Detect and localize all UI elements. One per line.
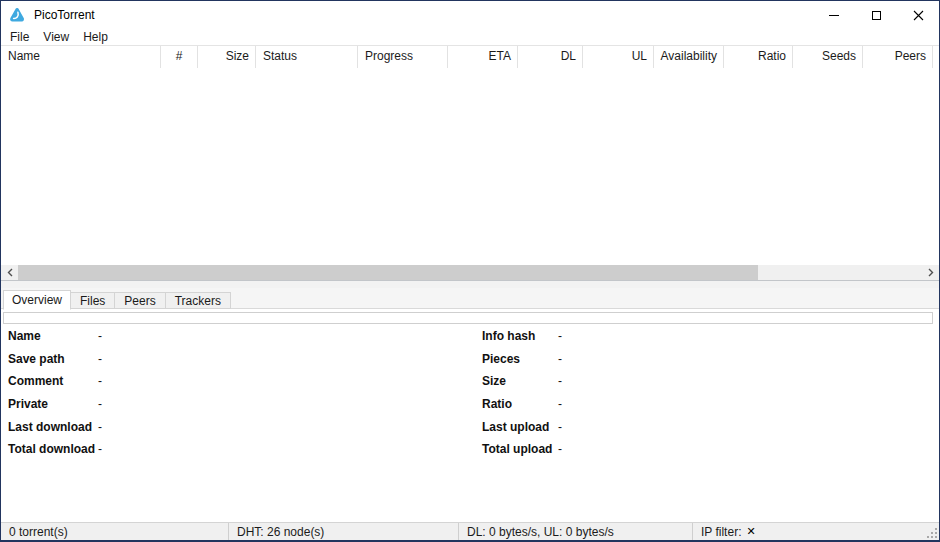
minimize-button[interactable] xyxy=(813,1,855,29)
field-size: Size- xyxy=(482,374,932,397)
torrent-table-header: Name#SizeStatusProgressETADLULAvailabili… xyxy=(1,45,939,68)
field-name: Name- xyxy=(8,329,468,352)
scroll-right-button[interactable] xyxy=(922,265,939,280)
field-pieces: Pieces- xyxy=(482,352,932,375)
field-label-save-path: Save path xyxy=(8,352,98,375)
close-icon xyxy=(913,10,924,21)
field-label-comment: Comment xyxy=(8,374,98,397)
close-button[interactable] xyxy=(897,1,939,29)
status-torrent-count: 0 torrent(s) xyxy=(1,523,229,540)
field-label-last-download: Last download xyxy=(8,420,98,443)
status-bar: 0 torrent(s) DHT: 26 node(s) DL: 0 bytes… xyxy=(1,522,939,540)
maximize-icon xyxy=(872,11,881,20)
field-last-download: Last download- xyxy=(8,420,468,443)
chevron-right-icon xyxy=(928,268,934,277)
torrent-count-text: 0 torrent(s) xyxy=(9,525,68,539)
field-total-download: Total download- xyxy=(8,442,468,465)
field-info-hash: Info hash- xyxy=(482,329,932,352)
menu-view[interactable]: View xyxy=(36,29,76,45)
field-comment: Comment- xyxy=(8,374,468,397)
column-header-availability[interactable]: Availability xyxy=(654,46,724,68)
field-value-save-path: - xyxy=(98,352,102,375)
picotorrent-drop-icon xyxy=(9,7,25,23)
field-value-total-upload: - xyxy=(558,442,562,465)
column-header-ul[interactable]: UL xyxy=(583,46,654,68)
detail-tabs: OverviewFilesPeersTrackers xyxy=(1,288,939,309)
field-ratio: Ratio- xyxy=(482,397,932,420)
column-header-status[interactable]: Status xyxy=(256,46,358,68)
field-label-size: Size xyxy=(482,374,558,397)
resize-grip-icon[interactable] xyxy=(925,526,938,539)
field-value-size: - xyxy=(558,374,562,397)
overview-left-column: Name-Save path-Comment-Private-Last down… xyxy=(8,329,468,465)
status-ip-filter: IP filter: ✕ xyxy=(693,523,939,540)
ip-filter-label: IP filter: xyxy=(701,525,741,539)
field-value-comment: - xyxy=(98,374,102,397)
column-header-peers[interactable]: Peers xyxy=(863,46,933,68)
field-value-pieces: - xyxy=(558,352,562,375)
tab-files[interactable]: Files xyxy=(70,292,115,309)
column-header-ratio[interactable]: Ratio xyxy=(724,46,793,68)
overview-panel: Name-Save path-Comment-Private-Last down… xyxy=(1,309,939,523)
field-label-last-upload: Last upload xyxy=(482,420,558,443)
column-header-eta[interactable]: ETA xyxy=(448,46,518,68)
tab-peers[interactable]: Peers xyxy=(114,292,165,309)
tab-overview[interactable]: Overview xyxy=(3,290,71,310)
field-last-upload: Last upload- xyxy=(482,420,932,443)
column-header-progress[interactable]: Progress xyxy=(358,46,448,68)
field-label-ratio: Ratio xyxy=(482,397,558,420)
field-label-name: Name xyxy=(8,329,98,352)
field-total-upload: Total upload- xyxy=(482,442,932,465)
field-save-path: Save path- xyxy=(8,352,468,375)
window-controls xyxy=(813,1,939,29)
picotorrent-window: PicoTorrent FileViewHelp Name#SizeStatus… xyxy=(0,0,940,542)
status-transfer-rates: DL: 0 bytes/s, UL: 0 bytes/s xyxy=(459,523,693,540)
title-bar: PicoTorrent xyxy=(1,1,939,29)
window-title: PicoTorrent xyxy=(34,8,95,22)
scrollbar-thumb[interactable] xyxy=(18,265,758,280)
field-value-last-upload: - xyxy=(558,420,562,443)
field-value-private: - xyxy=(98,397,102,420)
minimize-icon xyxy=(829,15,839,16)
panel-splitter-gap xyxy=(1,281,939,288)
menu-file[interactable]: File xyxy=(3,29,36,45)
field-value-ratio: - xyxy=(558,397,562,420)
tab-trackers[interactable]: Trackers xyxy=(165,292,231,309)
column-header-name[interactable]: Name xyxy=(1,46,161,68)
torrent-list[interactable] xyxy=(1,68,939,265)
status-dht: DHT: 26 node(s) xyxy=(229,523,459,540)
menu-bar: FileViewHelp xyxy=(1,29,939,45)
field-value-last-download: - xyxy=(98,420,102,443)
column-header-hash[interactable]: # xyxy=(161,46,198,68)
field-private: Private- xyxy=(8,397,468,420)
chevron-left-icon xyxy=(7,268,13,277)
overview-right-column: Info hash-Pieces-Size-Ratio-Last upload-… xyxy=(482,329,932,465)
field-value-info-hash: - xyxy=(558,329,562,352)
field-value-name: - xyxy=(98,329,102,352)
field-label-pieces: Pieces xyxy=(482,352,558,375)
scroll-left-button[interactable] xyxy=(1,265,18,280)
column-header-seeds[interactable]: Seeds xyxy=(793,46,863,68)
dht-nodes-text: DHT: 26 node(s) xyxy=(237,525,324,539)
ip-filter-off-icon: ✕ xyxy=(746,525,755,538)
column-header-dl[interactable]: DL xyxy=(518,46,583,68)
field-label-total-upload: Total upload xyxy=(482,442,558,465)
column-header-size[interactable]: Size xyxy=(198,46,256,68)
field-label-total-download: Total download xyxy=(8,442,98,465)
field-label-private: Private xyxy=(8,397,98,420)
menu-help[interactable]: Help xyxy=(76,29,115,45)
maximize-button[interactable] xyxy=(855,1,897,29)
field-value-total-download: - xyxy=(98,442,102,465)
transfer-rates-text: DL: 0 bytes/s, UL: 0 bytes/s xyxy=(467,525,614,539)
torrent-name-field[interactable] xyxy=(3,312,933,324)
horizontal-scrollbar[interactable] xyxy=(1,265,939,280)
field-label-info-hash: Info hash xyxy=(482,329,558,352)
